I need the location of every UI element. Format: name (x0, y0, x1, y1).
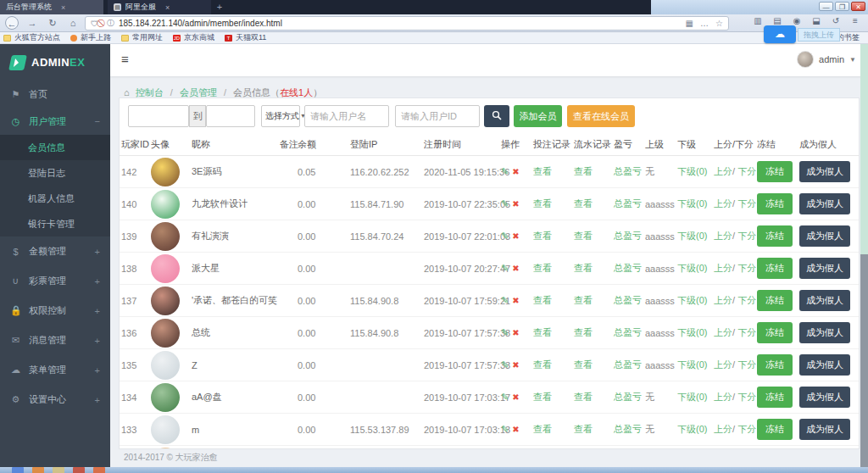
subordinate-link[interactable]: 下级(0) (677, 166, 707, 176)
back-icon[interactable]: ← (5, 16, 19, 30)
become-fake-button[interactable]: 成为假人 (799, 387, 850, 408)
freeze-button[interactable]: 冻结 (757, 258, 793, 279)
view-flow-link[interactable]: 查看 (574, 424, 593, 434)
delete-icon[interactable]: ✖ (512, 231, 519, 241)
scrollbar-track[interactable] (860, 44, 868, 473)
scrollbar-thumb[interactable] (860, 254, 868, 473)
tab-close-icon[interactable]: × (165, 3, 170, 12)
minimize-button[interactable]: — (819, 2, 833, 11)
subordinate-link[interactable]: 下级(0) (677, 392, 707, 402)
add-member-button[interactable]: 添加会员 (514, 105, 562, 127)
subordinate-link[interactable]: 下级(0) (677, 424, 707, 434)
new-tab-button[interactable]: + (214, 2, 225, 13)
view-flow-link[interactable]: 查看 (574, 359, 593, 370)
range-from-input[interactable] (128, 105, 189, 127)
become-fake-button[interactable]: 成为假人 (799, 290, 850, 311)
bookmark-item[interactable]: 新手上路 (70, 32, 111, 43)
view-bets-link[interactable]: 查看 (533, 166, 552, 176)
deduct-points-link[interactable]: 下分 (737, 263, 756, 273)
view-bets-link[interactable]: 查看 (533, 295, 552, 305)
edit-icon[interactable]: ✎ (501, 359, 509, 370)
view-bets-link[interactable]: 查看 (533, 359, 552, 370)
total-profit-link[interactable]: 总盈亏 (614, 198, 642, 209)
app-logo[interactable]: ADMINEX (0, 44, 110, 81)
bookmark-star-icon[interactable]: ☆ (715, 19, 723, 28)
subordinate-link[interactable]: 下级(0) (677, 263, 707, 273)
view-online-button[interactable]: 查看在线会员 (567, 105, 635, 127)
add-points-link[interactable]: 上分 (714, 231, 732, 241)
menu-icon[interactable]: ≡ (849, 16, 861, 25)
freeze-button[interactable]: 冻结 (757, 322, 793, 343)
become-fake-button[interactable]: 成为假人 (799, 161, 850, 182)
sidebar-item-lock[interactable]: 🔒权限控制+ (0, 296, 110, 326)
expander-icon[interactable]: − (95, 116, 100, 126)
subordinate-link[interactable]: 下级(0) (677, 198, 707, 209)
range-to-input[interactable] (206, 105, 255, 127)
more-actions-icon[interactable]: … (700, 19, 709, 28)
bookmark-item[interactable]: 常用网址 (121, 32, 163, 43)
subordinate-link[interactable]: 下级(0) (677, 359, 707, 370)
taskbar-icon[interactable] (53, 467, 64, 473)
deduct-points-link[interactable]: 下分 (737, 198, 756, 209)
become-fake-button[interactable]: 成为假人 (799, 258, 850, 279)
expander-icon[interactable]: + (95, 395, 100, 405)
freeze-button[interactable]: 冻结 (757, 290, 793, 311)
edit-icon[interactable]: ✎ (501, 392, 509, 402)
edit-icon[interactable]: ✎ (501, 424, 509, 434)
sidebar-collapse-icon[interactable]: ≡ (121, 52, 129, 66)
total-profit-link[interactable]: 总盈亏 (614, 424, 642, 434)
edit-icon[interactable]: ✎ (501, 327, 509, 337)
add-points-link[interactable]: 上分 (714, 198, 732, 209)
taskbar-icon[interactable] (73, 467, 85, 473)
freeze-button[interactable]: 冻结 (757, 354, 793, 376)
userid-search-input[interactable] (395, 105, 480, 127)
close-button[interactable]: ✕ (851, 2, 865, 11)
site-info-icon[interactable]: ⓘ (107, 18, 114, 29)
total-profit-link[interactable]: 总盈亏 (614, 392, 642, 402)
deduct-points-link[interactable]: 下分 (737, 327, 756, 337)
view-bets-link[interactable]: 查看 (533, 327, 552, 337)
forward-icon[interactable]: → (25, 16, 39, 30)
delete-icon[interactable]: ✖ (512, 264, 519, 273)
add-points-link[interactable]: 上分 (714, 263, 732, 273)
view-flow-link[interactable]: 查看 (574, 263, 593, 273)
bookmark-item[interactable]: 火狐官方站点 (3, 32, 60, 43)
total-profit-link[interactable]: 总盈亏 (614, 359, 642, 370)
browser-tab-admin[interactable]: 后台管理系统 × (0, 0, 103, 14)
view-bets-link[interactable]: 查看 (533, 263, 552, 273)
netdisk-extension-icon[interactable]: ☁ (764, 25, 796, 43)
freeze-button[interactable]: 冻结 (757, 193, 793, 214)
sidebar-toggle-icon[interactable]: ▤ (771, 16, 783, 25)
add-points-link[interactable]: 上分 (714, 359, 732, 370)
total-profit-link[interactable]: 总盈亏 (614, 327, 642, 337)
library-icon[interactable]: ▥ (752, 16, 764, 25)
taskbar-icon[interactable] (32, 467, 44, 473)
edit-icon[interactable]: ✎ (501, 198, 509, 209)
url-bar[interactable]: 🛡 ⃠ ⓘ 185.184.221.140/admin/member/index… (85, 16, 729, 31)
sidebar-subitem[interactable]: 会员信息 (0, 135, 110, 160)
deduct-points-link[interactable]: 下分 (737, 295, 756, 305)
expander-icon[interactable]: + (95, 247, 100, 257)
edit-icon[interactable]: ✎ (501, 166, 509, 176)
view-flow-link[interactable]: 查看 (574, 231, 593, 241)
delete-icon[interactable]: ✖ (512, 328, 519, 337)
subordinate-link[interactable]: 下级(0) (677, 231, 707, 241)
home-icon[interactable]: ⌂ (66, 16, 80, 30)
freeze-button[interactable]: 冻结 (757, 419, 793, 440)
restore-button[interactable]: ❐ (835, 2, 849, 11)
view-flow-link[interactable]: 查看 (574, 295, 593, 305)
select-mode-dropdown[interactable]: 选择方式 ▼ (261, 105, 300, 127)
view-flow-link[interactable]: 查看 (574, 198, 593, 209)
sidebar-item-dollar[interactable]: $金额管理+ (0, 236, 110, 266)
tab-close-icon[interactable]: × (61, 3, 65, 12)
become-fake-button[interactable]: 成为假人 (799, 322, 850, 343)
delete-icon[interactable]: ✖ (512, 167, 519, 176)
deduct-points-link[interactable]: 下分 (737, 231, 756, 241)
delete-icon[interactable]: ✖ (512, 199, 519, 209)
freeze-button[interactable]: 冻结 (757, 161, 793, 182)
taskbar-icon[interactable] (12, 467, 24, 473)
become-fake-button[interactable]: 成为假人 (799, 225, 850, 247)
deduct-points-link[interactable]: 下分 (737, 424, 756, 434)
subordinate-link[interactable]: 下级(0) (677, 327, 707, 337)
shield-icon[interactable]: 🛡 (91, 19, 98, 28)
